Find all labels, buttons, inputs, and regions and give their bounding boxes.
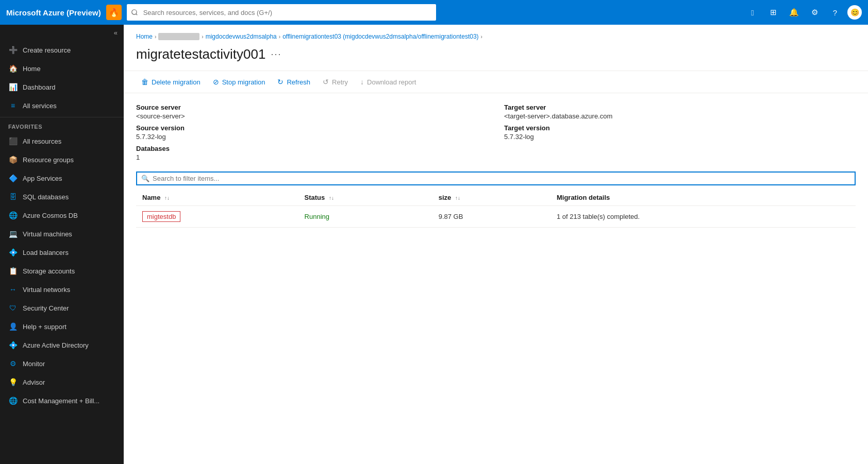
sidebar-item-virtual-machines[interactable]: 💻 Virtual machines — [0, 225, 124, 243]
col-size[interactable]: size ↑↓ — [432, 190, 550, 206]
sidebar-divider — [0, 117, 124, 117]
sidebar-item-all-services[interactable]: ≡ All services — [0, 96, 124, 115]
filter-input-wrap: 🔍 — [136, 171, 856, 185]
databases-label: Databases — [136, 145, 488, 152]
col-status[interactable]: Status ↑↓ — [298, 190, 432, 206]
sidebar-item-advisor[interactable]: 💡 Advisor — [0, 373, 124, 391]
sidebar-item-label: Cost Management + Bill... — [23, 397, 99, 405]
sidebar-item-monitor[interactable]: ⚙ Monitor — [0, 354, 124, 373]
sidebar-item-label: Home — [23, 65, 41, 73]
breadcrumb-sep-1: › — [155, 34, 156, 40]
source-version-label: Source version — [136, 124, 488, 132]
status-sort-icon[interactable]: ↑↓ — [329, 195, 334, 201]
sidebar-item-sql-databases[interactable]: 🗄 SQL databases — [0, 187, 124, 206]
app-services-icon: 🔷 — [8, 174, 18, 183]
home-icon: 🏠 — [8, 64, 18, 73]
retry-button[interactable]: ↺ Retry — [318, 75, 353, 89]
sidebar-item-label: SQL databases — [23, 193, 69, 201]
filter-input[interactable] — [153, 175, 850, 182]
virtual-machines-icon: 💻 — [8, 229, 18, 238]
azure-icon: 🔥 — [106, 5, 122, 20]
sidebar-item-storage-accounts[interactable]: 📋 Storage accounts — [0, 262, 124, 280]
db-name-badge[interactable]: migtestdb — [142, 211, 180, 222]
sidebar-item-virtual-networks[interactable]: ↔ Virtual networks — [0, 280, 124, 299]
sidebar-item-create-resource[interactable]: ➕ Create resource — [0, 41, 124, 59]
sidebar-collapse-button[interactable]: « — [0, 25, 124, 41]
download-report-button[interactable]: ↓ Download report — [355, 75, 421, 89]
sidebar-item-load-balancers[interactable]: 💠 Load balancers — [0, 243, 124, 262]
sidebar-item-app-services[interactable]: 🔷 App Services — [0, 169, 124, 187]
cell-migration-details: 1 of 213 table(s) completed. — [550, 206, 856, 228]
size-sort-icon[interactable]: ↑↓ — [455, 195, 460, 201]
sidebar-item-label: Security Center — [23, 304, 69, 312]
breadcrumb-home[interactable]: Home — [136, 33, 153, 40]
target-version-group: Target version 5.7.32-log — [504, 124, 856, 141]
sidebar-item-label: All resources — [23, 138, 61, 145]
databases-group: Databases 1 — [136, 145, 488, 161]
resource-groups-icon: 📦 — [8, 155, 18, 164]
sidebar-item-resource-groups[interactable]: 📦 Resource groups — [0, 150, 124, 169]
download-report-label: Download report — [367, 78, 416, 86]
advisor-icon: 💡 — [8, 377, 18, 387]
help-support-icon: 👤 — [8, 322, 18, 331]
sidebar-item-label: Load balancers — [23, 249, 69, 256]
table-header-row: Name ↑↓ Status ↑↓ size ↑↓ Migration de — [136, 190, 856, 206]
breadcrumb-blurred[interactable] — [158, 33, 199, 40]
sidebar-item-label: Virtual machines — [23, 230, 72, 238]
toolbar: 🗑 Delete migration ⊘ Stop migration ↻ Re… — [124, 71, 868, 93]
name-sort-icon[interactable]: ↑↓ — [164, 195, 170, 201]
cell-size: 9.87 GB — [432, 206, 550, 228]
refresh-button[interactable]: ↻ Refresh — [272, 75, 315, 89]
search-input[interactable] — [127, 4, 436, 21]
sidebar-item-label: Dashboard — [23, 83, 56, 91]
user-avatar[interactable]: 😊 — [847, 5, 862, 20]
sidebar-item-cost-management[interactable]: 🌐 Cost Management + Bill... — [0, 391, 124, 410]
all-resources-icon: ⬛ — [8, 136, 18, 146]
databases-value: 1 — [136, 153, 488, 161]
target-server-group: Target server <target-server>.database.a… — [504, 104, 856, 120]
notifications-icon[interactable]: 🔔 — [786, 4, 802, 21]
more-options-button[interactable]: ··· — [271, 49, 281, 60]
sidebar-item-label: Storage accounts — [23, 267, 75, 275]
sidebar: « ➕ Create resource 🏠 Home 📊 Dashboard ≡… — [0, 25, 124, 464]
sidebar-item-cosmos-db[interactable]: 🌐 Azure Cosmos DB — [0, 206, 124, 225]
cloud-shell-icon[interactable]:  — [744, 4, 761, 21]
sidebar-item-label: Resource groups — [23, 156, 74, 164]
settings-icon[interactable]: ⚙ — [806, 4, 823, 21]
sidebar-item-home[interactable]: 🏠 Home — [0, 59, 124, 78]
sidebar-item-help-support[interactable]: 👤 Help + support — [0, 317, 124, 336]
sidebar-item-label: Create resource — [23, 46, 71, 54]
sidebar-item-azure-ad[interactable]: 💠 Azure Active Directory — [0, 336, 124, 354]
sidebar-item-label: Help + support — [23, 323, 66, 331]
source-server-group: Source server <source-server> — [136, 104, 488, 120]
breadcrumb-sep-4: › — [481, 34, 482, 40]
breadcrumb-sep-2: › — [202, 34, 203, 40]
all-services-icon: ≡ — [8, 101, 18, 110]
migration-details-value: 1 of 213 table(s) completed. — [557, 213, 640, 220]
breadcrumb-sep-3: › — [279, 34, 280, 40]
source-version-group: Source version 5.7.32-log — [136, 124, 488, 141]
source-server-label: Source server — [136, 104, 488, 111]
directory-icon[interactable]: ⊞ — [765, 4, 781, 21]
sidebar-item-all-resources[interactable]: ⬛ All resources — [0, 132, 124, 150]
help-icon[interactable]: ? — [827, 4, 843, 21]
stop-migration-button[interactable]: ⊘ Stop migration — [208, 75, 271, 89]
sidebar-item-dashboard[interactable]: 📊 Dashboard — [0, 78, 124, 96]
security-center-icon: 🛡 — [8, 303, 18, 313]
cell-name: migtestdb — [136, 206, 298, 228]
col-name[interactable]: Name ↑↓ — [136, 190, 298, 206]
filter-search-icon: 🔍 — [141, 175, 149, 182]
breadcrumb-server[interactable]: migdocdevwus2dmsalpha — [206, 33, 277, 40]
delete-migration-button[interactable]: 🗑 Delete migration — [136, 75, 206, 89]
content-area: Home › › migdocdevwus2dmsalpha › offline… — [124, 25, 868, 464]
load-balancers-icon: 💠 — [8, 248, 18, 257]
retry-icon: ↺ — [323, 78, 329, 86]
sidebar-item-security-center[interactable]: 🛡 Security Center — [0, 299, 124, 317]
breadcrumb-migration[interactable]: offlinemigrationtest03 (migdocdevwus2dms… — [282, 33, 478, 40]
refresh-label: Refresh — [287, 78, 310, 86]
target-version-label: Target version — [504, 124, 856, 132]
table-row[interactable]: migtestdb Running 9.87 GB 1 of 213 table… — [136, 206, 856, 228]
page-header: migratetestactivity001 ··· — [124, 42, 868, 71]
sidebar-item-label: All services — [23, 102, 57, 110]
delete-migration-label: Delete migration — [152, 78, 201, 86]
